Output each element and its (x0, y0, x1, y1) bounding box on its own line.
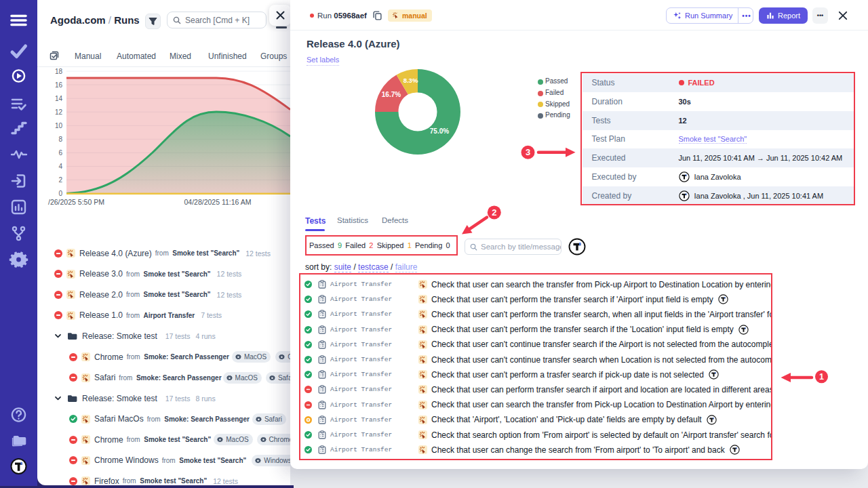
svg-text:/26/2025 5:50 PM: /26/2025 5:50 PM (48, 198, 104, 206)
svg-text:18: 18 (55, 68, 63, 75)
svg-text:8.3%: 8.3% (403, 77, 418, 84)
svg-text:16.7%: 16.7% (382, 91, 401, 98)
svg-text:14: 14 (55, 95, 63, 102)
svg-text:4: 4 (58, 163, 62, 170)
svg-text:75.0%: 75.0% (430, 127, 449, 135)
svg-text:8: 8 (58, 136, 62, 143)
svg-text:12: 12 (55, 108, 63, 116)
svg-text:0: 0 (58, 190, 62, 197)
svg-text:04/28/2025 11:16 AM: 04/28/2025 11:16 AM (184, 198, 251, 206)
svg-text:16: 16 (55, 81, 63, 89)
svg-text:2: 2 (58, 176, 62, 184)
svg-text:10: 10 (55, 122, 63, 129)
svg-text:6: 6 (58, 149, 62, 157)
